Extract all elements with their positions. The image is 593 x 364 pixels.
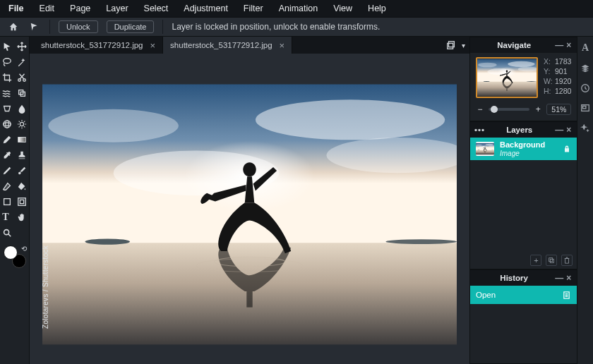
svg-point-25: [4, 230, 9, 235]
windows-icon[interactable]: [446, 40, 456, 50]
tab-document-1[interactable]: shutterstock_531772912.jpg ×: [34, 37, 163, 54]
menu-adjustment[interactable]: Adjustment: [184, 4, 228, 13]
home-icon[interactable]: [7, 20, 20, 33]
close-icon[interactable]: ×: [150, 40, 156, 51]
nav-panel-icon[interactable]: [580, 103, 590, 113]
close-icon[interactable]: ×: [565, 273, 573, 283]
nav-y: 901: [555, 67, 571, 75]
canvas-area[interactable]: Zolotarevs / Shutterstock: [30, 54, 469, 364]
pen-icon[interactable]: [0, 133, 15, 147]
gradient-icon[interactable]: [15, 133, 30, 147]
hand-icon[interactable]: [15, 210, 30, 224]
document-tabs: shutterstock_531772912.jpg × shutterstoc…: [30, 37, 469, 54]
navigate-info: X:1783 Y:901 W:1920 H:1280: [544, 57, 571, 98]
minimize-icon[interactable]: ―: [553, 273, 565, 283]
history-item[interactable]: Open: [470, 286, 577, 304]
zoom-thumb[interactable]: [491, 106, 498, 113]
panel-menu-icon[interactable]: •••: [474, 126, 485, 134]
text-icon[interactable]: T: [0, 210, 15, 224]
crop-icon[interactable]: [0, 71, 15, 85]
menu-page[interactable]: Page: [70, 4, 90, 13]
tab-document-2[interactable]: shutterstock_531772912.jpg ×: [163, 37, 292, 54]
zoom-slider[interactable]: − + 51%: [470, 104, 577, 121]
navigate-panel: Navigate ― × X:1783 Y:901 W:1920 H:1280 …: [470, 37, 577, 121]
navigate-thumbnail[interactable]: [476, 57, 538, 98]
close-icon[interactable]: ×: [565, 40, 573, 50]
layer-row[interactable]: Background Image: [470, 138, 577, 160]
swap-colors-icon[interactable]: ⟲: [21, 245, 27, 253]
menu-animation[interactable]: Animation: [279, 4, 318, 13]
menu-view[interactable]: View: [333, 4, 352, 13]
menu-select[interactable]: Select: [144, 4, 169, 13]
panel-title: Layers: [485, 126, 553, 134]
svg-rect-33: [583, 106, 586, 109]
zoom-out-button[interactable]: −: [476, 104, 484, 114]
panel-title: Navigate: [474, 41, 553, 49]
svg-rect-21: [18, 138, 26, 142]
svg-rect-24: [20, 200, 23, 203]
dodge-icon[interactable]: [15, 117, 30, 131]
duplicate-button[interactable]: Duplicate: [107, 20, 155, 33]
nav-w: 1920: [555, 77, 571, 85]
wand-icon[interactable]: [15, 55, 30, 69]
nav-x: 1783: [555, 57, 571, 66]
sponge-icon[interactable]: [0, 102, 15, 116]
history-panel-icon[interactable]: [580, 83, 590, 93]
eyedropper-icon[interactable]: [0, 148, 15, 162]
menu-edit[interactable]: Edit: [40, 4, 55, 13]
more-icon[interactable]: [15, 226, 30, 240]
svg-rect-23: [18, 198, 26, 206]
brush-icon[interactable]: [15, 164, 30, 178]
zoom-value[interactable]: 51%: [546, 104, 571, 115]
effects-panel-icon[interactable]: [580, 123, 590, 133]
svg-point-19: [6, 121, 8, 128]
menu-help[interactable]: Help: [368, 4, 386, 13]
move-icon[interactable]: [15, 40, 30, 54]
arrange-icon[interactable]: [28, 20, 41, 33]
globe-icon[interactable]: [0, 117, 15, 131]
svg-point-14: [23, 79, 26, 82]
nav-h: 1280: [555, 87, 571, 95]
foreground-color[interactable]: [4, 245, 18, 260]
lock-icon[interactable]: [563, 145, 571, 153]
duplicate-layer-button[interactable]: [546, 255, 557, 266]
layers-panel-icon[interactable]: [580, 63, 590, 73]
text-panel-icon[interactable]: A: [582, 42, 589, 54]
liquify-icon[interactable]: [0, 86, 15, 100]
unlock-button[interactable]: Unlock: [59, 20, 98, 33]
toolbox: T ⟲: [0, 37, 30, 364]
arrow-icon[interactable]: [0, 40, 15, 54]
menu-filter[interactable]: Filter: [244, 4, 263, 13]
pencil-icon[interactable]: [0, 164, 15, 178]
svg-point-18: [4, 123, 11, 126]
chevron-down-icon[interactable]: ▾: [462, 42, 465, 49]
menu-file[interactable]: File: [8, 4, 24, 13]
delete-layer-button[interactable]: [561, 255, 573, 266]
cut-icon[interactable]: [15, 71, 30, 85]
close-icon[interactable]: ×: [280, 40, 285, 51]
menu-layer[interactable]: Layer: [106, 4, 128, 13]
shape-icon[interactable]: [0, 195, 15, 209]
blur-icon[interactable]: [15, 102, 30, 116]
minimize-icon[interactable]: ―: [553, 125, 565, 135]
zoom-in-button[interactable]: +: [534, 104, 542, 114]
stamp-icon[interactable]: [15, 148, 30, 162]
add-layer-button[interactable]: +: [530, 255, 541, 266]
zoom-track[interactable]: [489, 108, 529, 111]
minimize-icon[interactable]: ―: [553, 40, 565, 50]
divider: [162, 20, 163, 34]
frame-icon[interactable]: [15, 195, 30, 209]
canvas-image: Zolotarevs / Shutterstock: [42, 78, 457, 351]
fill-icon[interactable]: [15, 179, 30, 193]
clone-icon[interactable]: [15, 86, 30, 100]
zoom-icon[interactable]: [0, 226, 15, 240]
history-panel: History ― × Open: [470, 269, 577, 364]
lasso-icon[interactable]: [0, 55, 15, 69]
tab-title: shutterstock_531772912.jpg: [41, 41, 143, 49]
panel-title: History: [474, 274, 553, 282]
svg-point-17: [4, 121, 11, 128]
color-swatch[interactable]: ⟲: [4, 245, 26, 268]
svg-point-12: [4, 59, 11, 63]
eraser-icon[interactable]: [0, 179, 15, 193]
close-icon[interactable]: ×: [565, 125, 573, 135]
